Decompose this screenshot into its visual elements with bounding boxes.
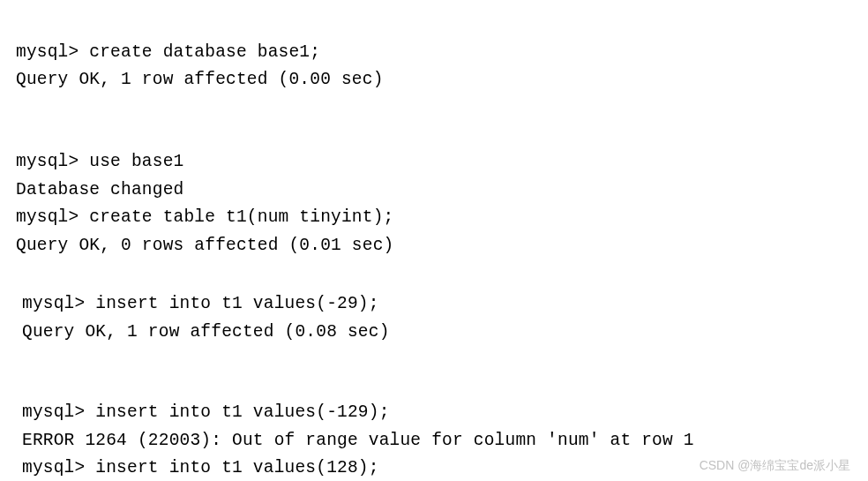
result-line: Query OK, 1 row affected (0.00 sec) <box>16 70 384 89</box>
command-line: mysql> create table t1(num tinyint); <box>16 207 393 227</box>
command-line: mysql> insert into t1 values(-29); <box>22 294 379 313</box>
error-line: ERROR 1264 (22003): Out of range value f… <box>22 431 694 450</box>
command-line: mysql> insert into t1 values(-129); <box>22 402 390 422</box>
result-line: Database changed <box>16 180 183 199</box>
terminal-block-3: mysql> insert into t1 values(-29); Query… <box>16 263 852 347</box>
command-line: mysql> create database base1; <box>16 42 320 62</box>
terminal-block-2: mysql> use base1 Database changed mysql>… <box>16 121 852 260</box>
command-line: mysql> use base1 <box>16 152 183 171</box>
command-line: mysql> insert into t1 values(128); <box>22 458 379 477</box>
terminal-block-1: mysql> create database base1; Query OK, … <box>16 11 852 94</box>
watermark-text: CSDN @海绵宝宝de派小星 <box>700 458 850 474</box>
result-line: Query OK, 1 row affected (0.08 sec) <box>22 322 390 342</box>
result-line: Query OK, 0 rows affected (0.01 sec) <box>16 236 393 255</box>
